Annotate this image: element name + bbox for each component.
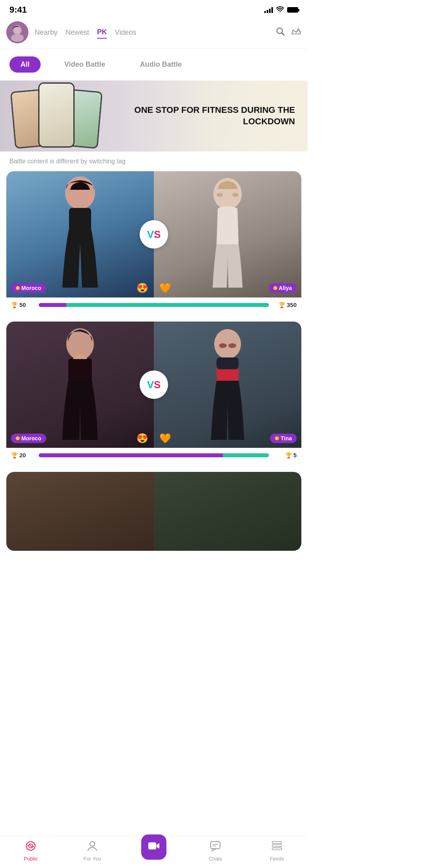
player-dot: [273, 286, 277, 290]
status-bar: 9:41: [0, 0, 308, 18]
tab-newest[interactable]: Newest: [65, 27, 89, 38]
progress-fill-left-1: [39, 303, 66, 307]
battle-right-player-1: Aliya 🧡: [154, 171, 301, 297]
filter-bar: All Video Battle Audio Battle: [0, 49, 308, 80]
tab-videos[interactable]: Videos: [115, 27, 136, 38]
wifi-icon: [276, 6, 284, 14]
filter-audio-battle-button[interactable]: Audio Battle: [129, 56, 193, 73]
progress-fill-right-2: [223, 453, 269, 457]
banner-text: ONE STOP FOR FITNESS DURING THE LOCKDOWN: [100, 105, 295, 127]
promo-banner[interactable]: GOLD'SGYM ONE STOP FOR FITNESS DURING TH…: [0, 80, 308, 152]
left-player-label-2: Moroco: [11, 434, 46, 443]
search-icon[interactable]: [275, 26, 285, 38]
svg-point-16: [219, 343, 227, 348]
right-score-1: 🏆 350: [269, 301, 297, 308]
progress-bar-1: [39, 303, 269, 307]
left-score-1: 🏆 50: [11, 301, 39, 308]
battle-images-3: [6, 472, 301, 551]
filter-subtitle: Battle content is different by switching…: [0, 152, 308, 171]
battle-left-player-1: Moroco 😍: [6, 171, 154, 297]
battle-left-player-3: [6, 472, 154, 551]
right-score-2: 🏆 5: [269, 452, 297, 458]
trophy-icon-right-1: 🏆: [278, 302, 285, 308]
left-emoji-1: 😍: [136, 282, 148, 294]
trophy-icon-left-1: 🏆: [11, 302, 18, 308]
battle-progress-2: 🏆 20 🏆 5: [6, 448, 301, 462]
crown-icon[interactable]: [291, 27, 301, 38]
left-player-label-1: Moroco: [11, 283, 46, 293]
right-emoji-1: 🧡: [159, 282, 171, 294]
svg-line-5: [282, 33, 284, 36]
nav-tabs: Nearby Newest PK Videos: [35, 26, 272, 39]
svg-rect-15: [217, 357, 239, 369]
progress-fill-right-1: [66, 303, 269, 307]
battle-right-player-2: Tina 🧡: [154, 322, 301, 448]
battle-card-2[interactable]: Moroco 😍 VS Tina: [6, 322, 301, 462]
battle-images-2: Moroco 😍 VS Tina: [6, 322, 301, 448]
svg-point-3: [11, 34, 24, 42]
svg-point-9: [217, 193, 223, 197]
svg-point-10: [232, 193, 239, 197]
right-player-label-2: Tina: [270, 434, 297, 443]
svg-point-13: [214, 329, 241, 359]
right-emoji-2: 🧡: [159, 433, 171, 444]
vs-circle-1: VS: [140, 220, 168, 249]
nav-icons: [275, 26, 301, 38]
battery-icon: [287, 7, 298, 13]
player-dot: [275, 436, 279, 440]
progress-bar-2: [39, 453, 269, 457]
trophy-icon-left-2: 🏆: [11, 452, 18, 458]
status-icons: [264, 6, 298, 14]
trophy-icon-right-2: 🏆: [285, 452, 292, 458]
header-nav: Nearby Newest PK Videos: [0, 18, 308, 49]
battle-progress-1: 🏆 50 🏆 350: [6, 297, 301, 312]
battle-right-player-3: [154, 472, 301, 551]
signal-icon: [264, 7, 273, 13]
battle-left-player-2: Moroco 😍: [6, 322, 154, 448]
left-score-2: 🏆 20: [11, 452, 39, 458]
right-player-label-1: Aliya: [269, 283, 297, 293]
avatar[interactable]: [6, 21, 28, 43]
tab-pk[interactable]: PK: [97, 26, 107, 39]
tab-nearby[interactable]: Nearby: [35, 27, 58, 38]
player-dot: [16, 286, 20, 290]
player-dot: [16, 436, 20, 440]
battle-images-1: Moroco 😍 VS Aliya: [6, 171, 301, 297]
filter-all-button[interactable]: All: [9, 56, 41, 73]
filter-video-battle-button[interactable]: Video Battle: [53, 56, 116, 73]
battle-card-1[interactable]: Moroco 😍 VS Aliya: [6, 171, 301, 312]
left-emoji-2: 😍: [136, 433, 148, 444]
battle-card-3[interactable]: [6, 472, 301, 551]
status-time: 9:41: [9, 5, 27, 15]
avatar-image: [6, 21, 28, 43]
vs-circle-2: VS: [140, 370, 168, 399]
svg-point-17: [228, 343, 236, 348]
progress-fill-left-2: [39, 453, 223, 457]
